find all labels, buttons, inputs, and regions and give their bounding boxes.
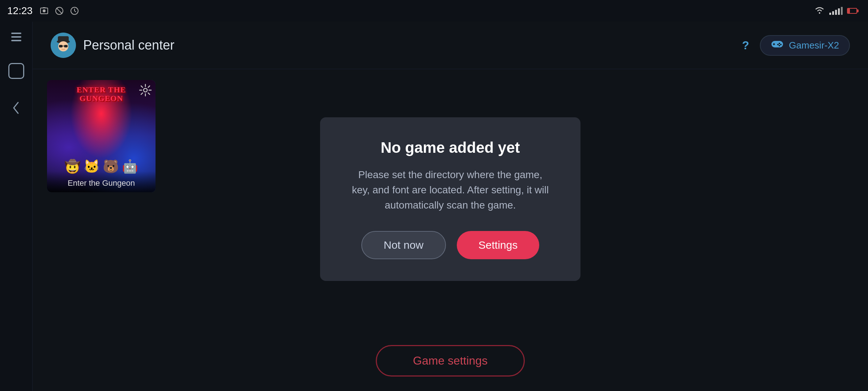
header-left: Personal center: [51, 33, 174, 58]
svg-line-4: [56, 8, 62, 14]
svg-rect-13: [59, 45, 63, 47]
game-card-title: Enter the Gungeon: [47, 171, 156, 192]
home-icon[interactable]: [8, 63, 24, 79]
dialog-title: No game added yet: [349, 139, 552, 156]
menu-icon[interactable]: [11, 33, 21, 41]
svg-rect-11: [58, 36, 69, 42]
photo-icon: [38, 5, 50, 17]
battery-icon: [847, 8, 857, 14]
svg-point-1: [43, 9, 46, 12]
clock-icon: [69, 5, 80, 17]
dialog-message: Please set the directory where the game,…: [349, 167, 552, 213]
svg-point-8: [819, 12, 820, 14]
back-icon[interactable]: [11, 101, 22, 118]
controller-name: Gamesir-X2: [789, 40, 839, 51]
status-bar-left: 12:23: [7, 5, 80, 17]
svg-rect-18: [773, 44, 775, 45]
left-sidebar: [0, 22, 33, 391]
svg-point-20: [780, 44, 782, 45]
status-time: 12:23: [7, 5, 33, 17]
game-card-settings-icon[interactable]: [139, 84, 152, 97]
game-card[interactable]: ENTER THEGUNGEON 🤠🐱🐻🤖 Enter the Gungeon: [47, 80, 156, 192]
main-content: Personal center ? Gamesir-X2: [33, 22, 868, 391]
blocked-icon: [54, 5, 65, 17]
game-settings-button[interactable]: Game settings: [376, 345, 525, 377]
not-now-button[interactable]: Not now: [361, 231, 446, 259]
wifi-icon: [814, 6, 825, 16]
avatar[interactable]: [51, 33, 76, 58]
svg-rect-2: [43, 7, 46, 8]
controller-button[interactable]: Gamesir-X2: [760, 35, 850, 56]
svg-point-22: [779, 45, 780, 46]
page-header: Personal center ? Gamesir-X2: [33, 22, 868, 69]
dialog: No game added yet Please set the directo…: [320, 117, 580, 281]
signal-icon: [829, 7, 843, 15]
status-bar: 12:23: [0, 0, 868, 22]
svg-point-23: [144, 88, 147, 92]
page-title: Personal center: [83, 38, 174, 53]
help-button[interactable]: ?: [742, 39, 749, 52]
svg-point-21: [777, 44, 779, 45]
header-right: ? Gamesir-X2: [742, 35, 850, 56]
game-settings-area: Game settings: [33, 345, 868, 377]
svg-line-7: [75, 11, 76, 12]
status-icons: [38, 5, 80, 17]
dialog-buttons: Not now Settings: [349, 231, 552, 259]
controller-icon: [771, 39, 784, 51]
svg-rect-14: [64, 45, 68, 47]
status-bar-right: [814, 6, 857, 16]
settings-button[interactable]: Settings: [457, 231, 539, 259]
svg-point-19: [779, 43, 780, 44]
